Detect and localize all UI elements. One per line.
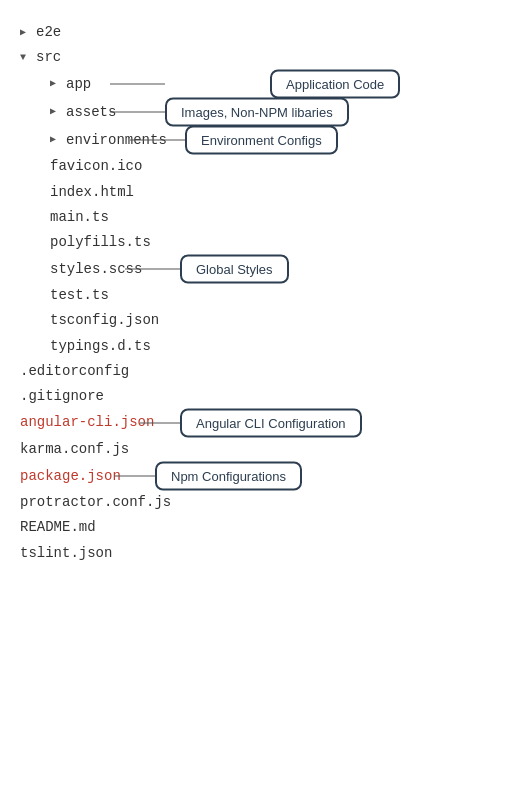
tree-row-protractor[interactable]: protractor.conf.js: [10, 490, 519, 515]
tree-label-test: test.ts: [50, 283, 109, 308]
tree-label-tsconfig: tsconfig.json: [50, 308, 159, 333]
chevron-right-icon-assets: ▶: [50, 103, 64, 121]
tree-row-index[interactable]: index.html: [10, 180, 519, 205]
callout-styles: Global Styles: [180, 255, 289, 284]
annotation-assets: Images, Non-NPM libaries: [110, 98, 349, 127]
tree-row-tsconfig[interactable]: tsconfig.json: [10, 308, 519, 333]
chevron-right-icon-app: ▶: [50, 75, 64, 93]
tree-row-polyfills[interactable]: polyfills.ts: [10, 230, 519, 255]
chevron-right-icon: ▶: [20, 24, 34, 42]
callout-angular-cli: Angular CLI Configuration: [180, 409, 362, 438]
tree-label-gitignore: .gitignore: [20, 384, 104, 409]
annotation-app: Application Code: [110, 84, 165, 85]
tree-label-e2e: e2e: [36, 20, 61, 45]
tree-row-favicon[interactable]: favicon.ico: [10, 154, 519, 179]
tree-row-e2e[interactable]: ▶ e2e: [10, 20, 519, 45]
tree-row-src[interactable]: ▼ src: [10, 45, 519, 70]
tree-label-editorconfig: .editorconfig: [20, 359, 129, 384]
tree-row-gitignore[interactable]: .gitignore: [10, 384, 519, 409]
tree-row-package[interactable]: package.json Npm Configurations: [10, 462, 519, 490]
tree-row-styles[interactable]: styles.scss Global Styles: [10, 255, 519, 283]
callout-package: Npm Configurations: [155, 462, 302, 491]
tree-label-karma: karma.conf.js: [20, 437, 129, 462]
tree-row-typings[interactable]: typings.d.ts: [10, 334, 519, 359]
tree-row-environments[interactable]: ▶ environments Environment Configs: [10, 126, 519, 154]
tree-label-app: app: [66, 72, 91, 97]
tree-label-favicon: favicon.ico: [50, 154, 142, 179]
annotation-styles: Global Styles: [125, 255, 289, 284]
tree-label-polyfills: polyfills.ts: [50, 230, 151, 255]
callout-app: Application Code: [270, 70, 400, 99]
tree-label-main: main.ts: [50, 205, 109, 230]
tree-label-index: index.html: [50, 180, 134, 205]
tree-label-protractor: protractor.conf.js: [20, 490, 171, 515]
tree-row-assets[interactable]: ▶ assets Images, Non-NPM libaries: [10, 98, 519, 126]
tree-row-angular-cli[interactable]: angular-cli.json Angular CLI Configurati…: [10, 409, 519, 437]
callout-assets: Images, Non-NPM libaries: [165, 98, 349, 127]
tree-row-readme[interactable]: README.md: [10, 515, 519, 540]
chevron-down-icon: ▼: [20, 49, 34, 67]
tree-label-package: package.json: [20, 464, 121, 489]
callout-environments: Environment Configs: [185, 126, 338, 155]
tree-row-editorconfig[interactable]: .editorconfig: [10, 359, 519, 384]
tree-row-test[interactable]: test.ts: [10, 283, 519, 308]
chevron-right-icon-env: ▶: [50, 131, 64, 149]
tree-label-readme: README.md: [20, 515, 96, 540]
tree-label-assets: assets: [66, 100, 116, 125]
tree-label-typings: typings.d.ts: [50, 334, 151, 359]
tree-label-tslint: tslint.json: [20, 541, 112, 566]
tree-label-angular-cli: angular-cli.json: [20, 410, 154, 435]
file-tree-container: ▶ e2e ▼ src ▶ app Application Code ▶ ass…: [10, 20, 519, 566]
annotation-environments: Environment Configs: [130, 126, 338, 155]
tree-row-karma[interactable]: karma.conf.js: [10, 437, 519, 462]
annotation-angular-cli: Angular CLI Configuration: [140, 409, 362, 438]
tree-row-app[interactable]: ▶ app Application Code: [10, 70, 519, 98]
annotation-package: Npm Configurations: [115, 462, 302, 491]
tree-row-tslint[interactable]: tslint.json: [10, 541, 519, 566]
tree-row-main[interactable]: main.ts: [10, 205, 519, 230]
tree-label-src: src: [36, 45, 61, 70]
